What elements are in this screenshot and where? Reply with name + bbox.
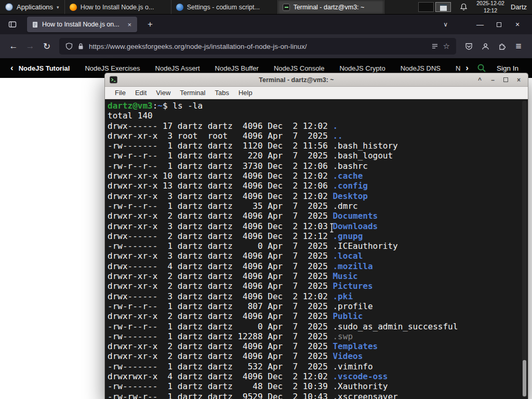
menu-item-edit[interactable]: Edit [130, 89, 151, 97]
caret-down-icon: ▾ [57, 5, 59, 10]
terminal-output[interactable]: dartz@vm3:~$ ls -latotal 140drwx------ 1… [105, 99, 528, 399]
nav-right-icons: ≡ [460, 38, 527, 55]
terminal-app-icon[interactable] [110, 76, 117, 84]
firefox-view-button[interactable] [5, 17, 20, 32]
top-panel: Applications ▾ How to Install Node.js o.… [0, 0, 532, 15]
terminal-menubar: FileEditViewTerminalTabsHelp [105, 87, 528, 99]
url-bar[interactable]: https://www.geeksforgeeks.org/node-js/in… [59, 38, 456, 55]
terminal-output-line: drwxr-xr-x 3 dartz dartz 4096 Dec 2 12:0… [108, 191, 520, 201]
terminal-scrollbar-thumb[interactable] [523, 360, 526, 396]
menu-item-terminal[interactable]: Terminal [175, 89, 210, 97]
entry-meta: -rw-r--r-- 1 dartz dartz 220 Apr 7 2025 [108, 151, 332, 161]
text-cursor-pointer [329, 223, 335, 233]
menu-button[interactable]: ≡ [510, 38, 527, 55]
clock-date: 2025-12-02 [476, 0, 504, 7]
reader-mode-icon[interactable] [431, 43, 438, 50]
back-button[interactable]: ← [5, 38, 22, 55]
entry-meta: drwxr-xr-x 2 dartz dartz 4096 Apr 7 2025 [108, 351, 332, 361]
ribbon-item-nodejs-buffer[interactable]: NodeJS Buffer [215, 64, 259, 72]
terminal-output-line: drwxr-xr-x 2 dartz dartz 4096 Apr 7 2025… [108, 211, 520, 221]
ribbon-item-nodejs-console[interactable]: NodeJS Console [274, 64, 325, 72]
tracking-shield-icon[interactable] [65, 43, 73, 50]
entry-name: .swp [332, 331, 353, 341]
workspace-2[interactable] [435, 2, 451, 12]
tab-close-button[interactable]: × [126, 21, 132, 29]
window-minimize-button[interactable]: — [471, 20, 489, 29]
prompt-user-host: dartz@vm3 [108, 101, 153, 111]
ribbon-item-nodejs[interactable]: NodeJS [456, 64, 460, 72]
ribbon-item-nodejs-assert[interactable]: NodeJS Assert [155, 64, 200, 72]
bookmark-star-icon[interactable]: ☆ [443, 42, 450, 51]
terminal-output-line: -rw------- 1 dartz dartz 12288 Apr 7 202… [108, 331, 520, 341]
entry-name: .sudo_as_admin_successful [332, 322, 458, 331]
entry-name: .Xauthority [332, 381, 388, 391]
browser-tab[interactable]: How to Install Node.js on... × [27, 17, 137, 32]
entry-meta: drwx------ 2 dartz dartz 4096 Dec 2 12:1… [108, 231, 332, 241]
search-button[interactable] [472, 63, 491, 73]
ribbon-item-nodejs-exercises[interactable]: NodeJS Exercises [85, 64, 140, 72]
panel-task-how-to-install-node-js-o[interactable]: How to Install Node.js o... [65, 0, 171, 14]
ribbon-scroll-right-button[interactable]: › [462, 63, 472, 73]
extensions-button[interactable] [494, 38, 510, 55]
new-tab-button[interactable]: + [143, 19, 157, 30]
ribbon-item-nodejs-dns[interactable]: NodeJS DNS [401, 64, 441, 72]
window-close-button[interactable]: × [508, 20, 527, 29]
panel-task-terminal-dartz-vm3[interactable]: Terminal - dartz@vm3: ~ [278, 0, 384, 14]
ribbon-item-nodejs-tutorial[interactable]: NodeJS Tutorial [19, 64, 70, 72]
workspace-pager[interactable] [414, 0, 455, 14]
prompt-path: ~ [157, 101, 163, 111]
clock-time: 12:12 [476, 7, 504, 15]
terminal-close-button[interactable]: × [514, 76, 523, 84]
firefox-icon [70, 4, 77, 11]
bell-icon [460, 3, 468, 11]
terminal-output-line: -rw-r--r-- 1 dartz dartz 0 Apr 7 2025 .s… [108, 322, 520, 331]
pocket-button[interactable] [460, 38, 477, 55]
lock-icon[interactable] [77, 43, 84, 50]
prompt-separator: : [153, 101, 158, 111]
menu-item-view[interactable]: View [151, 89, 175, 97]
entry-name: .local [332, 251, 363, 261]
terminal-maximize-icon [503, 77, 508, 82]
applications-menu-button[interactable]: Applications ▾ [0, 0, 65, 14]
ribbon-item-nodejs-crypto[interactable]: NodeJS Crypto [339, 64, 385, 72]
menu-item-file[interactable]: File [110, 89, 130, 97]
workspace-1[interactable] [418, 2, 434, 12]
entry-meta: drwxr-xr-x 3 dartz dartz 4096 Dec 2 12:0… [108, 221, 332, 231]
terminal-shade-button[interactable]: ^ [475, 76, 484, 84]
menu-item-help[interactable]: Help [234, 89, 257, 97]
puzzle-icon [498, 43, 506, 50]
menu-item-tabs[interactable]: Tabs [210, 89, 233, 97]
terminal-output-line: -rw-r--r-- 1 dartz dartz 35 Apr 7 2025 .… [108, 201, 520, 211]
entry-name: .config [332, 181, 367, 191]
settings-icon [176, 4, 183, 11]
window-maximize-button[interactable] [489, 20, 508, 29]
terminal-titlebar[interactable]: Terminal - dartz@vm3: ~ ^ – × [105, 73, 528, 87]
terminal-output-line: -rw------- 1 dartz dartz 48 Dec 2 10:39 … [108, 381, 520, 391]
clock[interactable]: 2025-12-02 12:12 [472, 0, 509, 14]
entry-meta: drwxr-xr-x 13 dartz dartz 4096 Dec 2 12:… [108, 181, 332, 191]
forward-button[interactable]: → [22, 38, 38, 55]
reload-button[interactable]: ↻ [38, 38, 55, 55]
terminal-maximize-button[interactable] [501, 76, 510, 84]
entry-meta: drwx------ 3 dartz dartz 4096 Dec 2 12:0… [108, 291, 332, 301]
entry-meta: -rw------- 1 dartz dartz 0 Apr 7 2025 [108, 241, 332, 251]
entry-name: .bash_logout [332, 151, 393, 161]
entry-name: .cache [332, 171, 363, 181]
task-label: How to Install Node.js o... [81, 4, 154, 11]
terminal-scrollbar[interactable] [522, 101, 527, 397]
task-label: Terminal - dartz@vm3: ~ [294, 4, 365, 11]
list-all-tabs-button[interactable]: ∨ [436, 21, 455, 28]
terminal-minimize-button[interactable]: – [488, 76, 497, 84]
pocket-icon [465, 43, 473, 50]
ribbon-scroll-left-button[interactable]: ‹ [7, 63, 17, 73]
tab-favicon-icon [32, 21, 38, 28]
applications-menu-label: Applications [17, 3, 53, 11]
notifications-button[interactable] [455, 0, 472, 14]
entry-meta: drwxr-xr-x 2 dartz dartz 4096 Apr 7 2025 [108, 341, 332, 351]
entry-name: .pki [332, 291, 353, 301]
account-button[interactable] [477, 38, 494, 55]
entry-meta: drwxr-xr-x 2 dartz dartz 4096 Apr 7 2025 [108, 211, 332, 221]
panel-task-settings-codium-script[interactable]: Settings - codium script... [171, 0, 278, 14]
sign-in-button[interactable]: Sign In [491, 64, 525, 72]
search-icon [477, 63, 486, 73]
